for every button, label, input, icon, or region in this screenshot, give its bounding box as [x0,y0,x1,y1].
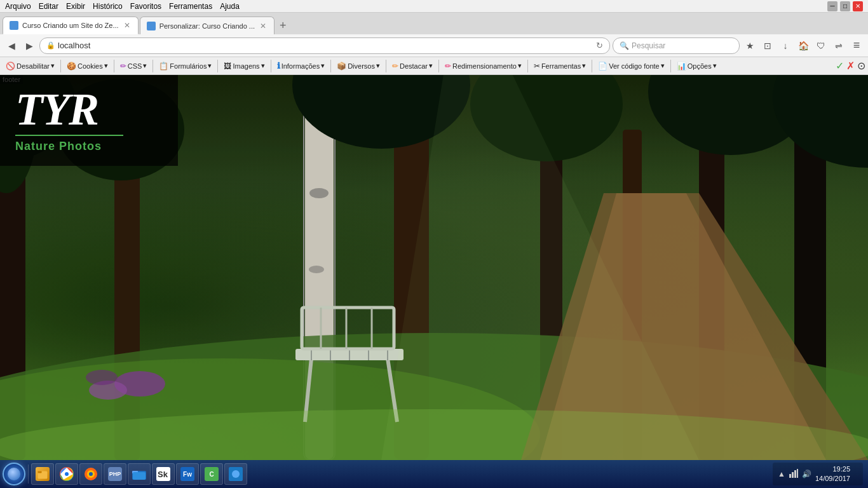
dev-css[interactable]: ✏ CSS ▾ [117,60,151,72]
cookies-icon: 🍪 [67,62,76,71]
dev-sep-6 [330,60,331,72]
menu-favoritos[interactable]: Favoritos [130,2,161,11]
minimize-button[interactable]: ─ [827,1,837,11]
dev-redimensionamento-arrow: ▾ [518,62,522,70]
dev-cookies[interactable]: 🍪 Cookies ▾ [64,60,111,72]
dev-imagens-arrow: ▾ [261,62,265,70]
taskbar-file-manager[interactable] [31,463,54,485]
taskbar: PHP Sk Fw C [0,460,868,488]
taskbar-firefox[interactable] [79,463,102,485]
maximize-button[interactable]: □ [840,1,850,11]
menu-historico[interactable]: Histórico [93,2,123,11]
chrome-icon [60,467,74,481]
dev-codigo-fonte-label: Ver código fonte [609,62,660,70]
search-box[interactable]: 🔍 Pesquisar [613,37,740,54]
dev-sep-1 [60,60,61,72]
site-subtitle: Nature Photos [15,140,163,153]
download-icon[interactable]: ↓ [778,38,793,53]
php-icon: PHP [108,467,122,481]
camtasia-icon: C [205,467,219,481]
dev-ferramentas[interactable]: ✂ Ferramentas ▾ [531,60,589,72]
dev-css-arrow: ▾ [143,62,147,70]
svg-rect-55 [789,474,791,478]
resize-icon: ✏ [445,62,451,71]
taskbar-blue-app[interactable] [224,463,247,485]
site-logo: TYR [15,86,163,132]
reader-icon[interactable]: ⊡ [760,38,775,53]
dev-close-icon[interactable]: ✗ [846,60,855,72]
sync-icon[interactable]: ⇌ [831,38,846,53]
taskbar-inkscape[interactable]: Sk [152,463,175,485]
tab-2-favicon [147,22,156,30]
dev-css-label: CSS [128,62,142,70]
dev-formularios[interactable]: 📋 Formulários ▾ [156,60,215,72]
dev-redimensionamento[interactable]: ✏ Redimensionamento ▾ [442,60,525,72]
dev-sep-11 [670,60,671,72]
taskbar-chrome[interactable] [55,463,78,485]
tab-2[interactable]: Personalizar: Curso Criando ... ✕ [140,17,275,34]
svg-rect-58 [797,469,798,478]
forward-button[interactable]: ▶ [22,38,37,53]
dev-desabilitar[interactable]: 🚫 Desabilitar ▾ [3,60,58,72]
options-icon: 📊 [677,62,686,71]
dev-informacoes[interactable]: ℹ Informações ▾ [274,60,329,72]
dev-desabilitar-label: Desabilitar [17,62,50,70]
website-area: footer TYR Nature Photos [0,75,868,460]
shield-icon[interactable]: 🛡 [813,38,829,53]
address-bar: ◀ ▶ 🔒 localhost ↻ 🔍 Pesquisar ★ ⊡ ↓ 🏠 🛡 … [0,34,868,57]
forms-icon: 📋 [159,62,168,71]
dev-redimensionamento-label: Redimensionamento [452,62,517,70]
tray-volume-icon[interactable]: 🔊 [802,470,811,478]
taskbar-explorer[interactable] [128,463,151,485]
dev-opcoes[interactable]: 📊 Opções ▾ [674,60,720,72]
taskbar-fireworks[interactable]: Fw [176,463,199,485]
menu-ajuda[interactable]: Ajuda [220,2,240,11]
explorer-icon [132,467,146,481]
svg-point-47 [89,472,93,476]
reload-icon[interactable]: ↻ [596,41,603,50]
new-tab-button[interactable]: + [276,17,290,34]
dev-sep-7 [386,60,386,72]
bookmark-icon[interactable]: ★ [742,38,757,53]
menu-exibir[interactable]: Exibir [66,2,85,11]
dev-codigo-fonte[interactable]: 📄 Ver código fonte ▾ [595,60,668,72]
url-box[interactable]: 🔒 localhost ↻ [39,37,610,54]
taskbar-camtasia[interactable]: C [200,463,223,485]
menu-ferramentas[interactable]: Ferramentas [169,2,212,11]
misc-icon: 📦 [337,62,346,71]
menu-icon[interactable]: ≡ [849,38,864,53]
toolbar-icons: ★ ⊡ ↓ 🏠 🛡 ⇌ ≡ [742,38,864,53]
home-icon[interactable]: 🏠 [796,38,811,53]
dev-diversos[interactable]: 📦 Diversos ▾ [334,60,383,72]
dev-right-actions: ✓ ✗ ⊙ [836,60,865,72]
inkscape-icon: Sk [156,467,170,481]
dev-cookies-arrow: ▾ [104,62,108,70]
highlight-icon: ✏ [392,62,398,71]
close-button[interactable]: ✕ [853,1,863,11]
source-icon: 📄 [598,62,607,71]
firefox-icon [84,467,98,481]
taskbar-php[interactable]: PHP [104,463,126,485]
dev-destacar[interactable]: ✏ Destacar ▾ [389,60,436,72]
dev-circle-icon[interactable]: ⊙ [857,60,865,72]
tab-2-close[interactable]: ✕ [259,22,268,30]
dev-informacoes-label: Informações [281,62,320,70]
tab-1-close[interactable]: ✕ [123,21,132,30]
menu-arquivo[interactable]: Arquivo [5,2,31,11]
file-manager-icon [36,467,50,481]
start-button[interactable] [3,463,25,485]
dev-check-icon[interactable]: ✓ [836,60,844,72]
back-button[interactable]: ◀ [4,38,19,53]
dev-sep-5 [271,60,271,72]
tab-1-favicon [10,21,18,30]
tray-arrow-icon[interactable]: ▲ [778,470,785,478]
tab-bar: Curso Criando um Site do Ze... ✕ Persona… [0,13,868,34]
clock-date: 14/09/2017 [815,474,850,484]
tab-1[interactable]: Curso Criando um Site do Ze... ✕ [3,17,139,34]
dev-sep-8 [438,60,439,72]
dev-sep-4 [217,60,218,72]
dev-imagens[interactable]: 🖼 Imagens ▾ [220,60,268,72]
menu-editar[interactable]: Editar [39,2,58,11]
tab-2-title: Personalizar: Curso Criando ... [159,22,255,30]
system-clock: 19:25 14/09/2017 [815,464,850,484]
